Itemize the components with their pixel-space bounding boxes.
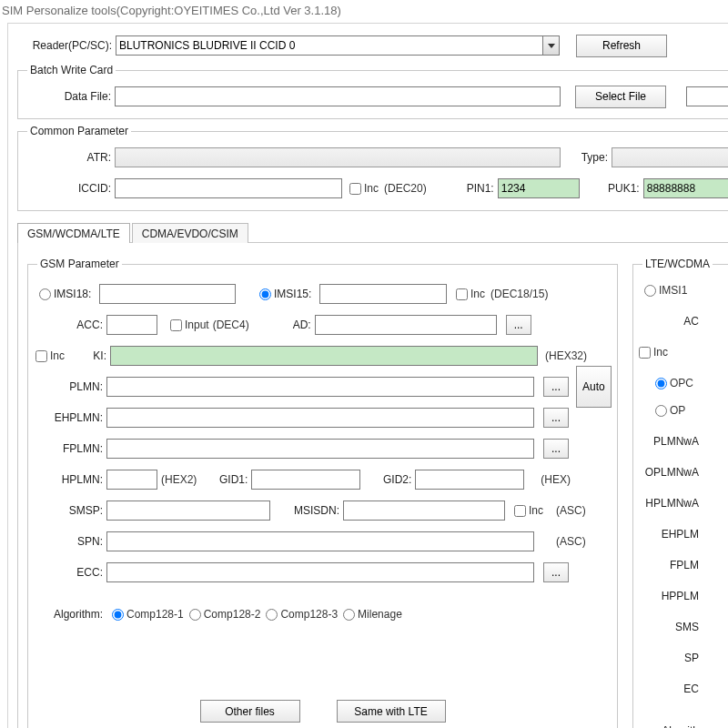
algo-milenage-radio[interactable]	[343, 609, 355, 621]
same-with-lte-button[interactable]: Same with LTE	[337, 700, 446, 723]
lte-op-radio[interactable]	[655, 405, 667, 417]
ki-inc-label: Inc	[50, 349, 74, 362]
other-files-button[interactable]: Other files	[200, 700, 300, 723]
ecc-label: ECC:	[34, 566, 106, 579]
tabs: GSM/WCDMA/LTE CDMA/EVDO/CSIM	[17, 220, 728, 242]
msisdn-input[interactable]	[343, 500, 505, 521]
imsi18-input[interactable]	[99, 284, 236, 304]
batch-extra-input[interactable]	[686, 86, 728, 106]
puk1-label: PUK1:	[592, 182, 643, 195]
reader-input[interactable]	[116, 36, 542, 55]
gsm-legend: GSM Parameter	[37, 258, 122, 270]
atr-label: ATR:	[24, 151, 115, 164]
hex32-label: (HEX32)	[545, 349, 587, 362]
msisdn-inc-label: Inc	[529, 504, 543, 517]
plmn-input[interactable]	[106, 377, 534, 397]
pin1-input[interactable]	[498, 178, 580, 198]
iccid-label: ICCID:	[24, 182, 115, 195]
tab-body: GSM Parameter IMSI18: IMSI15: Inc (DEC18…	[17, 242, 728, 728]
algo4-label: Milenage	[358, 608, 402, 621]
algo3-label: Comp128-3	[280, 608, 338, 621]
ki-input[interactable]	[110, 346, 538, 366]
acc-input-checkbox[interactable]	[170, 319, 182, 331]
hplmn-label: HPLMN:	[34, 473, 106, 486]
ecc-more-button[interactable]: ...	[543, 562, 569, 582]
batch-group: Batch Write Card Data File: Select File	[17, 64, 728, 119]
ki-inc-checkbox[interactable]	[35, 350, 47, 362]
msisdn-inc-checkbox[interactable]	[514, 505, 526, 517]
imsi-inc-checkbox[interactable]	[456, 288, 468, 300]
refresh-button[interactable]: Refresh	[576, 35, 667, 57]
hplmn-input[interactable]	[106, 470, 157, 490]
iccid-inc-checkbox[interactable]	[349, 183, 361, 195]
lte-ehplm-label: EHPLM	[639, 528, 703, 541]
imsi-inc-label: Inc	[470, 288, 485, 300]
acc-input[interactable]	[106, 315, 157, 335]
lte-imsi1-label: IMSI1	[659, 284, 687, 297]
spn-input[interactable]	[106, 531, 534, 551]
lte-op-label: OP	[670, 404, 685, 417]
lte-algorith-label: Algorith	[639, 724, 703, 728]
algo-comp128-2-radio[interactable]	[189, 609, 201, 621]
tab-cdma-evdo-csim[interactable]: CDMA/EVDO/CSIM	[132, 223, 248, 243]
tab-gsm-wcdma-lte[interactable]: GSM/WCDMA/LTE	[17, 223, 130, 243]
algo-comp128-3-radio[interactable]	[266, 609, 278, 621]
lte-sp-label: SP	[639, 652, 703, 664]
reader-combo[interactable]	[116, 35, 560, 56]
fplmn-input[interactable]	[106, 439, 534, 459]
lte-fplm-label: FPLM	[639, 559, 703, 571]
select-file-button[interactable]: Select File	[575, 86, 666, 108]
fplmn-more-button[interactable]: ...	[543, 439, 569, 459]
lte-opc-radio[interactable]	[655, 378, 667, 389]
lte-group: LTE/WCDMA IMSI1 AC Inc OPC OP PLMNwA OPL…	[632, 258, 728, 728]
lte-ec-label: EC	[639, 682, 703, 695]
fplmn-label: FPLMN:	[34, 442, 106, 455]
ehplmn-label: EHPLMN:	[34, 411, 106, 424]
lte-inc-checkbox[interactable]	[639, 347, 651, 359]
chevron-down-icon[interactable]	[542, 36, 559, 55]
hex-label: (HEX)	[541, 473, 571, 486]
imsi15-input[interactable]	[319, 284, 447, 304]
imsi15-radio[interactable]	[259, 288, 271, 300]
ad-more-button[interactable]: ...	[506, 315, 531, 335]
atr-field	[115, 147, 561, 167]
lte-opc-label: OPC	[670, 377, 693, 389]
lte-inc-label: Inc	[653, 346, 668, 359]
algo1-label: Comp128-1	[126, 608, 184, 621]
algo-comp128-1-radio[interactable]	[112, 609, 124, 621]
auto-button[interactable]: Auto	[576, 366, 612, 408]
gid1-label: GID1:	[197, 473, 251, 486]
plmn-more-button[interactable]: ...	[543, 377, 569, 397]
lte-ac-label: AC	[639, 315, 703, 328]
dec4-label: (DEC4)	[213, 318, 249, 331]
spn-label: SPN:	[34, 535, 106, 548]
acc-input-label: Input	[185, 318, 209, 331]
dec20-label: (DEC20)	[384, 182, 427, 195]
type-field	[612, 147, 728, 167]
main-panel: Reader(PC/SC): Refresh Batch Write Card …	[7, 23, 728, 728]
common-group: Common Parameter ATR: Type: ICCID: Inc (…	[17, 125, 728, 211]
datafile-input[interactable]	[115, 86, 561, 106]
ecc-input[interactable]	[106, 562, 534, 582]
common-legend: Common Parameter	[27, 125, 131, 137]
ad-input[interactable]	[315, 315, 497, 335]
batch-legend: Batch Write Card	[27, 64, 116, 76]
imsi18-radio[interactable]	[39, 288, 51, 300]
lte-hpplm-label: HPPLM	[639, 590, 703, 602]
type-label: Type:	[575, 151, 612, 164]
ehplmn-more-button[interactable]: ...	[543, 408, 569, 428]
ehplmn-input[interactable]	[106, 408, 534, 428]
smsp-input[interactable]	[106, 500, 270, 521]
pin1-label: PIN1:	[443, 182, 498, 195]
lte-oplmnwa-label: OPLMNwA	[639, 466, 703, 479]
iccid-inc-label: Inc	[364, 182, 379, 195]
reader-row: Reader(PC/SC): Refresh	[17, 33, 728, 58]
iccid-input[interactable]	[115, 178, 342, 198]
algorithm-label: Algorithm:	[34, 608, 106, 621]
puk1-input[interactable]	[643, 178, 728, 198]
gid1-input[interactable]	[251, 470, 360, 490]
lte-imsi1-radio[interactable]	[644, 285, 656, 297]
spn-asc-label: (ASC)	[556, 535, 586, 548]
smsp-label: SMSP:	[34, 504, 106, 517]
gid2-input[interactable]	[415, 470, 524, 490]
